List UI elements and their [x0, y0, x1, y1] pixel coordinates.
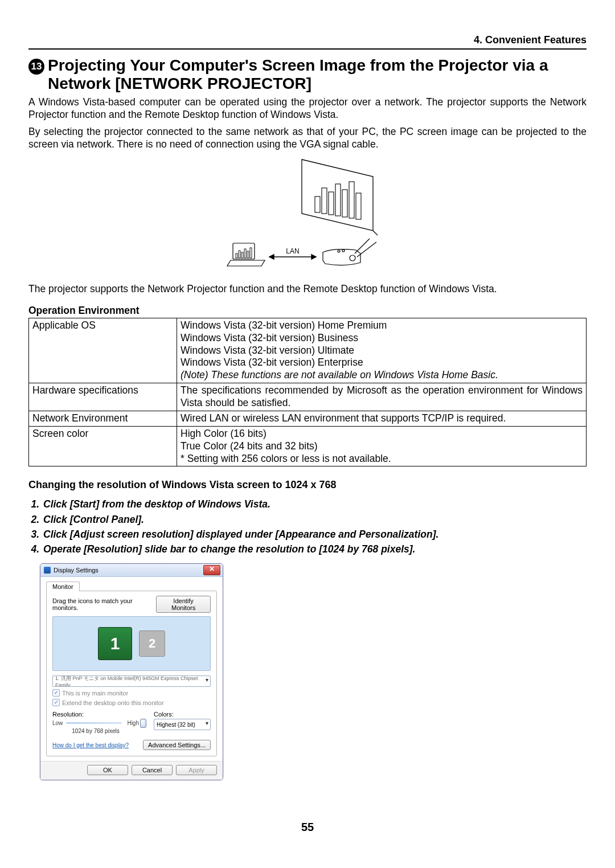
- colors-label: Colors:: [154, 711, 211, 718]
- env-key: Applicable OS: [29, 318, 177, 383]
- page-number: 55: [28, 821, 587, 834]
- svg-point-20: [342, 249, 345, 252]
- svg-rect-6: [349, 182, 354, 218]
- tab-monitor[interactable]: Monitor: [46, 582, 80, 591]
- display-settings-icon: [44, 567, 51, 574]
- svg-rect-9: [236, 253, 237, 258]
- svg-marker-16: [269, 255, 274, 259]
- env-value: High Color (16 bits) True Color (24 bits…: [177, 426, 587, 466]
- page-title: Projecting Your Computer's Screen Image …: [48, 56, 587, 93]
- dialog-footer: OK Cancel Apply: [40, 761, 223, 780]
- apply-button[interactable]: Apply: [176, 765, 217, 775]
- best-display-help-link[interactable]: How do I get the best display?: [52, 742, 129, 748]
- env-key: Hardware specifications: [29, 383, 177, 411]
- monitor-preview-area[interactable]: 1 2: [52, 616, 211, 671]
- dialog-title: Display Settings: [54, 567, 203, 574]
- list-item: Click [Adjust screen resolution] display…: [42, 527, 587, 542]
- ok-button[interactable]: OK: [87, 765, 128, 775]
- close-button[interactable]: ✕: [203, 565, 220, 575]
- table-row: Hardware specifications The specificatio…: [29, 383, 587, 411]
- extend-desktop-label: Extend the desktop onto this monitor: [62, 699, 164, 706]
- svg-line-21: [355, 239, 370, 253]
- extend-desktop-checkbox[interactable]: ✓: [52, 699, 60, 706]
- intro-paragraph-1: A Windows Vista-based computer can be op…: [28, 96, 587, 121]
- table-row: Network Environment Wired LAN or wireles…: [29, 411, 587, 426]
- drag-instruction: Drag the icons to match your monitors.: [52, 597, 156, 611]
- table-row: Applicable OS Windows Vista (32-bit vers…: [29, 318, 587, 383]
- advanced-settings-button[interactable]: Advanced Settings...: [143, 740, 211, 750]
- main-monitor-label: This is my main monitor: [62, 690, 128, 697]
- section-header: 4. Convenient Features: [28, 34, 587, 50]
- svg-rect-1: [315, 196, 320, 212]
- svg-rect-13: [247, 251, 249, 258]
- svg-rect-3: [329, 192, 334, 215]
- table-row: Screen color High Color (16 bits) True C…: [29, 426, 587, 466]
- lan-label: LAN: [286, 247, 299, 255]
- svg-point-18: [350, 255, 355, 261]
- operation-environment-table: Applicable OS Windows Vista (32-bit vers…: [28, 318, 587, 467]
- resolution-change-heading: Changing the resolution of Windows Vista…: [28, 479, 587, 491]
- monitor-2-icon[interactable]: 2: [139, 630, 165, 657]
- svg-rect-8: [233, 243, 255, 259]
- svg-rect-14: [250, 248, 252, 258]
- display-device-combo[interactable]: 1. 汎用 PnP モニタ on Mobile Intel(R) 945GM E…: [52, 675, 211, 687]
- svg-point-19: [338, 250, 340, 252]
- env-value: Windows Vista (32-bit version) Home Prem…: [177, 318, 587, 383]
- svg-rect-5: [342, 190, 347, 217]
- svg-rect-7: [356, 193, 361, 219]
- main-title-row: 13 Projecting Your Computer's Screen Ima…: [28, 56, 587, 93]
- svg-marker-17: [311, 255, 316, 259]
- list-item: Click [Start] from the desktop of Window…: [42, 497, 587, 511]
- operation-environment-heading: Operation Environment: [28, 305, 587, 317]
- svg-line-22: [357, 242, 376, 257]
- list-item: Operate [Resolution] slide bar to change…: [42, 542, 587, 556]
- network-diagram: LAN: [28, 157, 587, 276]
- resolution-label: Resolution:: [52, 711, 139, 718]
- env-key: Network Environment: [29, 411, 177, 426]
- dialog-titlebar: Display Settings ✕: [40, 564, 223, 577]
- svg-line-0: [373, 231, 378, 235]
- svg-rect-10: [239, 251, 240, 258]
- resolution-slider[interactable]: Low High: [52, 719, 139, 727]
- env-key: Screen color: [29, 426, 177, 466]
- resolution-value: 1024 by 768 pixels: [52, 728, 139, 734]
- monitor-1-icon[interactable]: 1: [98, 627, 132, 660]
- list-item: Click [Control Panel].: [42, 512, 587, 527]
- title-bullet-icon: 13: [28, 59, 44, 75]
- env-value: Wired LAN or wireless LAN environment th…: [177, 411, 587, 426]
- main-monitor-checkbox[interactable]: ✓: [52, 689, 60, 697]
- svg-rect-2: [322, 188, 327, 214]
- env-value: The specifications recommended by Micros…: [177, 383, 587, 411]
- intro-paragraph-2: By selecting the projector connected to …: [28, 126, 587, 151]
- svg-rect-12: [244, 249, 246, 258]
- display-settings-dialog: Display Settings ✕ Monitor Drag the icon…: [40, 563, 223, 780]
- cancel-button[interactable]: Cancel: [132, 765, 173, 775]
- svg-rect-4: [335, 184, 341, 216]
- resolution-steps: Click [Start] from the desktop of Window…: [28, 497, 587, 556]
- post-diagram-text: The projector supports the Network Proje…: [28, 283, 587, 296]
- identify-monitors-button[interactable]: Identify Monitors: [156, 596, 211, 613]
- colors-combo[interactable]: Highest (32 bit): [154, 719, 211, 730]
- slider-thumb-icon[interactable]: [140, 719, 146, 728]
- svg-rect-11: [241, 252, 243, 258]
